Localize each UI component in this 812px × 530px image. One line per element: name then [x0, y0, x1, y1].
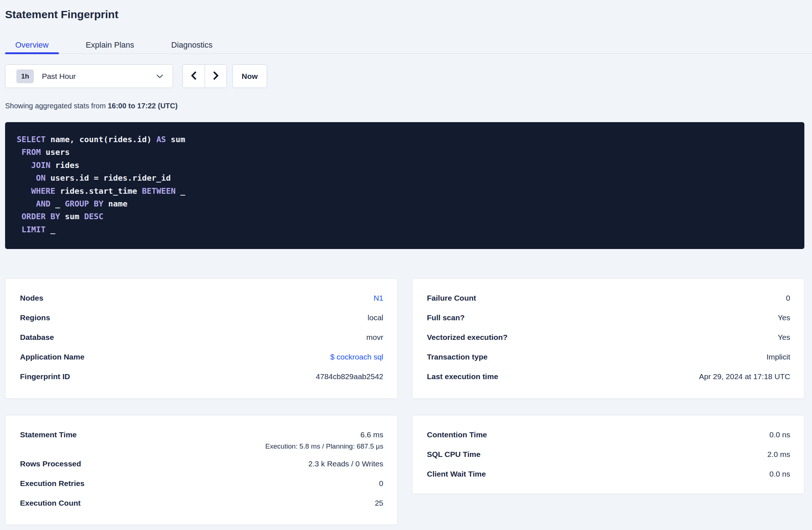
card-row: Transaction typeImplicit: [427, 347, 791, 367]
interval-badge: 1h: [16, 69, 34, 83]
sql-text: [17, 199, 36, 208]
sql-keyword: BETWEEN: [142, 186, 176, 196]
row-label: Transaction type: [427, 352, 488, 362]
card-row: Rows Processed2.3 k Reads / 0 Writes: [20, 454, 383, 474]
sql-text: users: [41, 148, 69, 157]
card-row: Application Name$ cockroach sql: [20, 347, 383, 367]
prev-time-button[interactable]: [183, 65, 205, 88]
row-label: Fingerprint ID: [20, 372, 70, 381]
sql-line: SELECT name, count(rides.id) AS sum: [17, 133, 793, 146]
row-label: Rows Processed: [20, 459, 81, 469]
aggregated-stats-range: 16:00 to 17:22 (UTC): [108, 102, 177, 110]
time-toolbar: 1h Past Hour: [5, 64, 804, 88]
row-value-link[interactable]: $ cockroach sql: [330, 352, 383, 362]
sql-line: JOIN rides: [17, 159, 793, 172]
sql-text: users.id = rides.rider_id: [45, 173, 170, 182]
sql-keyword: WHERE: [31, 186, 55, 196]
now-button[interactable]: Now: [232, 64, 267, 88]
sql-text: sum: [60, 212, 84, 221]
row-value: local: [367, 313, 383, 322]
card-row: Databasemovr: [20, 328, 383, 347]
card-statement-times: Statement Time6.6 msExecution: 5.8 ms / …: [5, 415, 398, 525]
statement-fingerprint-page: Statement Fingerprint Overview Explain P…: [0, 0, 812, 530]
tab-explain-plans[interactable]: Explain Plans: [76, 36, 144, 54]
card-row: Execution Retries0: [20, 474, 383, 493]
card-row: Full scan?Yes: [427, 308, 791, 328]
card-row: Client Wait Time0.0 ns: [427, 464, 791, 484]
sql-keyword: SELECT: [17, 135, 45, 144]
sql-keyword: AS: [156, 135, 166, 144]
row-label: Regions: [20, 313, 50, 322]
sql-line: AND _ GROUP BY name: [17, 197, 793, 210]
sql-text: [17, 173, 36, 182]
row-label: Application Name: [20, 352, 84, 362]
tab-diagnostics[interactable]: Diagnostics: [161, 36, 223, 54]
sql-text: [17, 212, 21, 221]
row-value: Yes: [778, 333, 790, 342]
row-value-link[interactable]: N1: [374, 293, 383, 303]
sql-line: ON users.id = rides.rider_id: [17, 172, 793, 184]
row-label: Client Wait Time: [427, 469, 486, 479]
card-row: Failure Count0: [427, 288, 791, 308]
overview-cards-row: NodesN1RegionslocalDatabasemovrApplicati…: [5, 278, 804, 399]
sql-line: LIMIT _: [17, 223, 793, 236]
card-row: Fingerprint ID4784cb829aab2542: [20, 367, 383, 386]
sql-text: _: [176, 186, 185, 196]
sql-text: _: [51, 199, 65, 208]
row-label: Vectorized execution?: [427, 333, 508, 342]
sql-text: rides.start_time: [55, 186, 142, 196]
row-label: Database: [20, 333, 54, 342]
sql-text: name, count(rides.id): [45, 135, 156, 144]
row-label: Last execution time: [427, 372, 498, 381]
sql-keyword: AND: [36, 199, 51, 208]
sql-keyword: ON: [36, 173, 46, 182]
row-value: 0.0 ns: [769, 469, 790, 479]
time-range-dropdown[interactable]: 1h Past Hour: [5, 64, 173, 88]
sql-line: WHERE rides.start_time BETWEEN _: [17, 185, 793, 197]
sql-keyword: LIMIT: [21, 225, 45, 234]
chevron-left-icon: [189, 71, 198, 82]
sql-keyword: FROM: [21, 148, 41, 157]
sql-keyword: JOIN: [31, 161, 51, 170]
row-label: Execution Count: [20, 498, 81, 508]
sql-text: [17, 148, 21, 157]
aggregated-stats-text: Showing aggregated stats from 16:00 to 1…: [5, 101, 804, 110]
card-row: Vectorized execution?Yes: [427, 328, 791, 347]
row-value: 4784cb829aab2542: [316, 372, 383, 381]
tab-overview[interactable]: Overview: [5, 36, 59, 54]
sql-text: name: [103, 199, 127, 208]
sql-keyword: DESC: [84, 212, 103, 221]
row-value: 0: [379, 479, 383, 488]
sql-text: sum: [166, 135, 185, 144]
card-row: Execution Count25: [20, 493, 383, 513]
row-subvalue: Execution: 5.8 ms / Planning: 687.5 µs: [265, 442, 383, 450]
row-value: movr: [366, 333, 383, 342]
sql-text: rides: [51, 161, 79, 170]
timing-cards-row: Statement Time6.6 msExecution: 5.8 ms / …: [5, 415, 804, 525]
aggregated-stats-prefix: Showing aggregated stats from: [5, 102, 108, 110]
card-row: Contention Time0.0 ns: [427, 425, 791, 445]
card-row: Regionslocal: [20, 308, 383, 328]
row-value: 6.6 ms: [360, 430, 383, 439]
sql-text: _: [45, 225, 55, 234]
row-label: Failure Count: [427, 293, 476, 303]
row-value: 25: [375, 498, 383, 508]
row-label: SQL CPU Time: [427, 450, 481, 459]
sql-statement: SELECT name, count(rides.id) AS sum FROM…: [5, 122, 804, 249]
sql-text: [17, 186, 31, 196]
sql-line: ORDER BY sum DESC: [17, 210, 793, 223]
chevron-right-icon: [212, 71, 220, 82]
time-step-group: [182, 64, 227, 88]
row-value: Yes: [778, 313, 790, 322]
next-time-button[interactable]: [205, 65, 226, 88]
card-row: Last execution timeApr 29, 2024 at 17:18…: [427, 367, 791, 386]
sql-keyword: ORDER BY: [21, 212, 60, 221]
row-value: Apr 29, 2024 at 17:18 UTC: [699, 372, 790, 381]
card-row: Statement Time6.6 msExecution: 5.8 ms / …: [20, 425, 383, 454]
row-label: Contention Time: [427, 430, 487, 439]
card-wait-times: Contention Time0.0 nsSQL CPU Time2.0 msC…: [412, 415, 805, 494]
row-value: 0.0 ns: [769, 430, 790, 439]
tab-bar: Overview Explain Plans Diagnostics: [0, 36, 812, 54]
row-value: Implicit: [767, 352, 790, 362]
row-value: 2.0 ms: [767, 450, 790, 459]
